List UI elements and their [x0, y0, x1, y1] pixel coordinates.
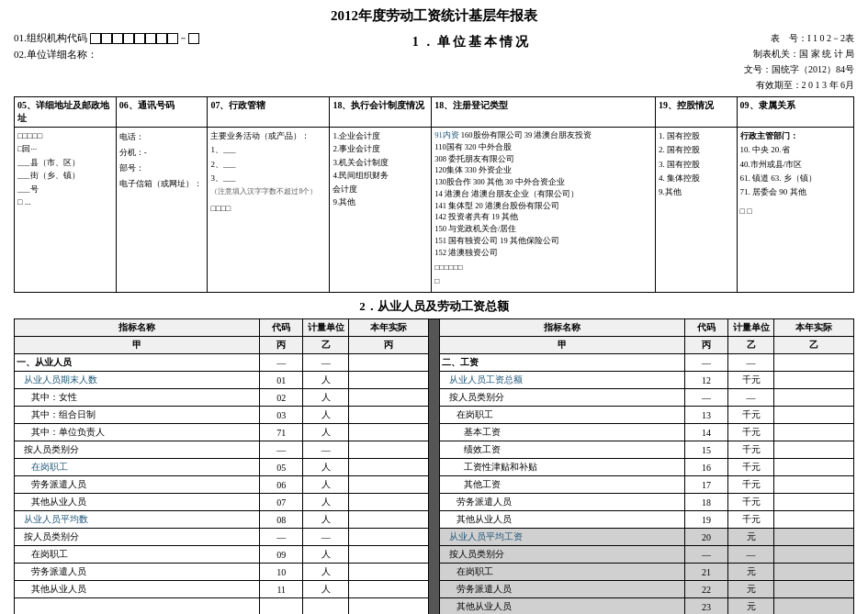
- th-sub-name-right: 甲: [439, 337, 684, 354]
- section2-table: 指标名称 代码 计量单位 本年实际 指标名称 代码 计量单位 本年实际 甲 丙 …: [14, 318, 854, 614]
- table2-body: 一、从业人员——二、工资——从业人员期末人数01人从业人员工资总额12千元其中：…: [15, 354, 854, 615]
- table-row-unit-left: —: [303, 354, 349, 372]
- table-row-value-left: [349, 598, 429, 615]
- table-row-unit-right: 元: [727, 598, 773, 615]
- table-row-unit-right: 千元: [727, 459, 773, 476]
- table-number: 表 号：I 1 0 2－2表: [744, 30, 854, 46]
- th-sub-divider: [429, 337, 440, 354]
- th-sub-value-right: 乙: [774, 337, 854, 354]
- th-unit-right: 计量单位: [727, 319, 773, 337]
- table-row-unit-left: —: [303, 529, 349, 546]
- th-code-right: 代码: [685, 319, 728, 337]
- row-divider: [429, 424, 440, 441]
- table-row-unit-right: 元: [727, 529, 773, 546]
- table-row-unit-right: 千元: [727, 511, 773, 529]
- table-row-value-left: [349, 511, 429, 529]
- table-row-name-right: 按人员类别分: [439, 546, 684, 564]
- col05-header: 05、详细地址及邮政地址: [15, 97, 117, 128]
- table-row-name-right: 基本工资: [439, 424, 684, 441]
- row-divider: [429, 494, 440, 511]
- table-row-name-left: 其中：组合日制: [15, 407, 260, 424]
- table-row-name-right: 其他从业人员: [439, 598, 684, 615]
- table-row-code-left: 11: [260, 581, 303, 598]
- table-row-unit-left: 人: [303, 424, 349, 441]
- table2-header-row2: 甲 丙 乙 丙 甲 丙 乙 乙: [15, 337, 854, 354]
- th-unit-left: 计量单位: [303, 319, 349, 337]
- table-row-unit-left: 人: [303, 546, 349, 564]
- table-row-code-right: 21: [685, 564, 728, 581]
- row-divider: [429, 476, 440, 494]
- row-divider: [429, 529, 440, 546]
- table-row-value-right: [774, 598, 854, 615]
- table-row-name-left: [15, 598, 260, 615]
- table-row-value-left: [349, 529, 429, 546]
- col07-content: 主要业务活动（或产品）： 1、___ 2、___ 3、___ （注意填入汉字字数…: [208, 128, 330, 293]
- table-row-code-left: —: [260, 529, 303, 546]
- table-row-unit-left: 人: [303, 494, 349, 511]
- row-divider: [429, 372, 440, 389]
- table-row-name-right: 其他工资: [439, 476, 684, 494]
- table-row-unit-right: 千元: [727, 476, 773, 494]
- table-row-value-right: [774, 424, 854, 441]
- table-row-unit-left: 人: [303, 581, 349, 598]
- section1-table: 05、详细地址及邮政地址 06、通讯号码 07、行政管辖 18、执行会计制度情况…: [14, 96, 854, 293]
- th-sub-code-right: 丙: [685, 337, 728, 354]
- table2-header-row1: 指标名称 代码 计量单位 本年实际 指标名称 代码 计量单位 本年实际: [15, 319, 854, 337]
- table-row-value-left: [349, 354, 429, 372]
- table-row-name-left: 劳务派遣人员: [15, 564, 260, 581]
- table-row-code-right: 22: [685, 581, 728, 598]
- th-code-left: 代码: [260, 319, 303, 337]
- table-row-value-left: [349, 494, 429, 511]
- table-row-value-left: [349, 476, 429, 494]
- table-row-value-right: [774, 441, 854, 459]
- section1-right-info: 表 号：I 1 0 2－2表 制表机关：国 家 统 计 局 文号：国统字（201…: [744, 30, 854, 93]
- table-row-unit-left: 人: [303, 511, 349, 529]
- table-row-name-right: 其他从业人员: [439, 511, 684, 529]
- table-row-unit-left: 人: [303, 564, 349, 581]
- th-name-right: 指标名称: [439, 319, 684, 337]
- table-row-value-left: [349, 424, 429, 441]
- table-row-name-left: 从业人员期末人数: [15, 372, 260, 389]
- table-row-code-right: 23: [685, 598, 728, 615]
- table-row-unit-left: —: [303, 441, 349, 459]
- row-divider: [429, 511, 440, 529]
- table-row-unit-right: —: [727, 389, 773, 407]
- table-row-value-right: [774, 476, 854, 494]
- authority: 制表机关：国 家 统 计 局: [744, 46, 854, 61]
- doc-number: 文号：国统字（2012）84号: [744, 61, 854, 77]
- table-row-value-left: [349, 581, 429, 598]
- section1-center-title: 1．单位基本情况: [199, 30, 745, 50]
- table-row-name-right: 从业人员平均工资: [439, 529, 684, 546]
- col09-header: 09、隶属关系: [737, 97, 853, 128]
- table-row-code-right: 12: [685, 372, 728, 389]
- table-row-code-left: 08: [260, 511, 303, 529]
- table-row-value-right: [774, 354, 854, 372]
- col06-content: 电话： 分机：- 部号： 电子信箱（或网址）：: [116, 128, 208, 293]
- col05-content: □□□□□ □回··· ___县（市、区） ___街（乡、镇） ___号 □ .…: [15, 128, 117, 293]
- table-row-code-left: 10: [260, 564, 303, 581]
- row-divider: [429, 441, 440, 459]
- table-row-value-right: [774, 389, 854, 407]
- table-row-value-left: [349, 459, 429, 476]
- th-sub-unit-right: 乙: [727, 337, 773, 354]
- table-row-code-left: —: [260, 441, 303, 459]
- table-row-unit-left: 人: [303, 476, 349, 494]
- table-row-value-right: [774, 372, 854, 389]
- table-row-name-right: 按人员类别分: [439, 389, 684, 407]
- table-row-value-right: [774, 511, 854, 529]
- th-sub-name-left: 甲: [15, 337, 260, 354]
- table-row-value-left: [349, 441, 429, 459]
- table-row-name-left: 其他从业人员: [15, 581, 260, 598]
- table-row-name-right: 从业人员工资总额: [439, 372, 684, 389]
- col06-header: 06、通讯号码: [116, 97, 208, 128]
- table-row-value-left: [349, 564, 429, 581]
- page-container: 2012年度劳动工资统计基层年报表 01.组织机构代码 － 02.单位详细名称：…: [0, 0, 868, 614]
- table-row-unit-right: 千元: [727, 441, 773, 459]
- th-divider: [429, 319, 440, 337]
- th-value-right: 本年实际: [774, 319, 854, 337]
- table-row-unit-right: —: [727, 354, 773, 372]
- table-row-value-right: [774, 494, 854, 511]
- table-row-code-left: 03: [260, 407, 303, 424]
- col09-content: 行政主管部门： 10. 中央 20.省 40.市州或县/市区 61. 镇道 63…: [737, 128, 853, 293]
- org-code-label: 01.组织机构代码 －: [14, 30, 199, 47]
